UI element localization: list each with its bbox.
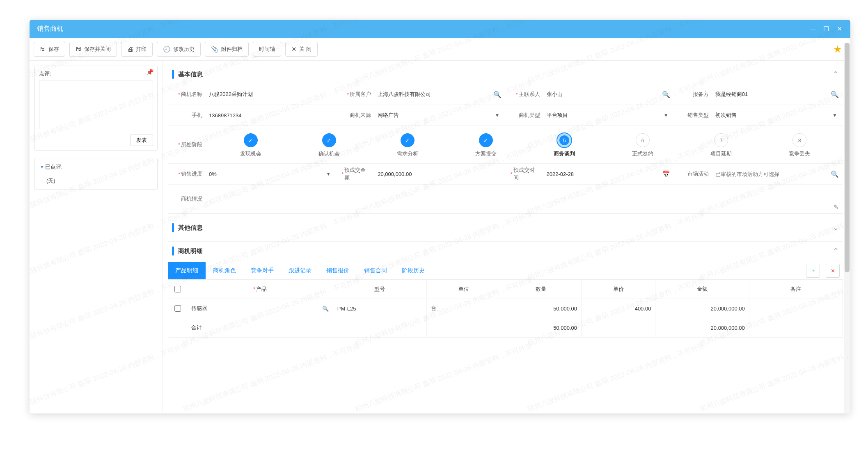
stage-label: 需求分析 <box>397 151 418 158</box>
attachment-label: 附件归档 <box>221 46 243 53</box>
close-icon: ✕ <box>291 46 297 53</box>
phone-input[interactable] <box>209 112 332 119</box>
search-icon[interactable]: 🔍 <box>322 306 329 312</box>
cell-qty: 50,000.00 <box>501 299 582 318</box>
select-all-checkbox[interactable] <box>174 286 181 292</box>
est-date-input[interactable] <box>547 171 670 177</box>
attachment-button[interactable]: 📎 附件归档 <box>205 42 249 57</box>
save-close-button[interactable]: 🖫 保存并关闭 <box>69 42 117 57</box>
maximize-icon[interactable]: ☐ <box>822 25 830 32</box>
tab-5[interactable]: 销售合同 <box>357 262 394 279</box>
sale-type-select[interactable]: 初次销售 ▼ <box>715 112 839 119</box>
est-amount-label: 预成交金额 <box>337 164 376 184</box>
stage-circle: 5 <box>557 133 571 147</box>
campaign-label: 市场活动 <box>674 164 714 184</box>
timeline-button[interactable]: 时间轴 <box>253 42 281 57</box>
comment-panel: 📌 点评: 发表 <box>34 66 158 151</box>
stage-step[interactable]: 5商务谈判 <box>525 133 604 158</box>
stage-circle: 8 <box>792 133 806 147</box>
total-label: 合计 <box>187 318 333 337</box>
delete-row-button[interactable]: ✕ <box>826 264 840 278</box>
search-icon[interactable]: 🔍 <box>662 91 670 98</box>
opportunity-detail-section: 商机明细 ⌃ <box>168 241 843 260</box>
tab-6[interactable]: 阶段历史 <box>394 262 432 279</box>
contact-input[interactable] <box>547 91 670 98</box>
comment-sidebar: 📌 点评: 发表 ▾已点评: (无) <box>30 61 163 413</box>
scrollbar[interactable] <box>844 43 850 413</box>
filer-input[interactable] <box>715 91 839 98</box>
history-button[interactable]: 🕘 修改历史 <box>157 42 201 57</box>
scrollbar-thumb[interactable] <box>845 43 850 272</box>
tab-0[interactable]: 产品明细 <box>168 262 206 279</box>
stage-step[interactable]: 7项目延期 <box>682 133 760 158</box>
customer-input[interactable] <box>378 91 501 98</box>
collapse-detail-icon[interactable]: ⌃ <box>833 247 839 256</box>
stage-circle: 7 <box>714 133 728 147</box>
stage-step[interactable]: ✓方案提交 <box>447 133 525 158</box>
opp-name-input[interactable] <box>209 91 332 98</box>
basic-info-title: 基本信息 <box>178 71 203 78</box>
pin-icon[interactable]: 📌 <box>146 68 154 76</box>
row-checkbox[interactable] <box>174 305 181 312</box>
stage-step[interactable]: ✓需求分析 <box>368 133 447 158</box>
paperclip-icon: 📎 <box>211 46 219 53</box>
add-row-button[interactable]: ＋ <box>806 264 820 278</box>
collapse-basic-icon[interactable]: ⌃ <box>833 70 839 79</box>
post-comment-button[interactable]: 发表 <box>130 135 153 146</box>
opp-type-select[interactable]: 平台项目 ▼ <box>547 112 670 119</box>
chevron-down-icon: ▼ <box>495 112 500 118</box>
minimize-icon[interactable]: — <box>809 25 817 32</box>
favorite-star-icon[interactable]: ★ <box>833 43 842 55</box>
stage-step[interactable]: ✓发现机会 <box>211 133 290 158</box>
stage-progress: ✓发现机会✓确认机会✓需求分析✓方案提交5商务谈判6正式签约7项目延期8竞争丢失 <box>207 126 843 163</box>
tab-2[interactable]: 竞争对手 <box>243 262 281 279</box>
campaign-input[interactable] <box>715 171 839 177</box>
total-qty: 50,000.00 <box>501 318 582 337</box>
stage-label: 竞争丢失 <box>789 151 810 158</box>
stage-step[interactable]: 8竞争丢失 <box>760 133 839 158</box>
chevron-down-icon: ▼ <box>326 171 331 177</box>
reviewed-empty: (无) <box>46 177 151 185</box>
calendar-icon[interactable]: 📅 <box>662 170 670 178</box>
table-row[interactable]: 传感器 🔍 PM-L25 台 50,000.00 400.00 20,000,0… <box>168 299 843 318</box>
opp-type-value: 平台项目 <box>547 112 568 119</box>
comment-input[interactable] <box>39 80 153 129</box>
sale-type-label: 销售类型 <box>674 105 714 126</box>
cell-unit: 台 <box>427 299 501 318</box>
opp-type-label: 商机类型 <box>506 105 545 126</box>
search-icon[interactable]: 🔍 <box>831 91 839 98</box>
progress-value: 0% <box>209 171 217 177</box>
situation-label: 商机情况 <box>168 185 207 213</box>
cell-price: 400.00 <box>582 299 655 318</box>
est-amount-input[interactable] <box>378 171 501 177</box>
close-window-icon[interactable]: ✕ <box>836 25 843 32</box>
stage-label: 确认机会 <box>318 151 340 158</box>
print-button[interactable]: 🖨 打印 <box>121 42 153 57</box>
progress-select[interactable]: 0% ▼ <box>209 171 332 177</box>
stage-step[interactable]: 6正式签约 <box>604 133 682 158</box>
search-icon[interactable]: 🔍 <box>831 170 839 178</box>
tab-1[interactable]: 商机角色 <box>206 262 243 279</box>
customer-label: 所属客户 <box>337 84 376 105</box>
stage-label: 方案提交 <box>475 151 497 158</box>
tab-3[interactable]: 跟进记录 <box>281 262 319 279</box>
print-label: 打印 <box>136 46 147 53</box>
col-unit: 单位 <box>427 280 501 299</box>
toolbar: 🖫 保存 🖫 保存并关闭 🖨 打印 🕘 修改历史 📎 附件归档 时间轴 ✕ 关 … <box>30 38 850 61</box>
edit-icon[interactable]: ✎ <box>834 203 839 211</box>
modal-titlebar: 销售商机 — ☐ ✕ <box>30 20 850 38</box>
save-button[interactable]: 🖫 保存 <box>34 42 65 57</box>
situation-input[interactable] <box>209 189 839 209</box>
collapse-caret-icon[interactable]: ▾ <box>41 164 44 170</box>
close-button[interactable]: ✕ 关 闭 <box>285 42 318 57</box>
expand-other-icon[interactable]: ⌄ <box>833 223 839 232</box>
modal-title: 销售商机 <box>37 25 63 33</box>
search-icon[interactable]: 🔍 <box>493 91 502 98</box>
stage-step[interactable]: ✓确认机会 <box>290 133 368 158</box>
tab-4[interactable]: 销售报价 <box>319 262 357 279</box>
progress-label: 销售进度 <box>168 164 207 184</box>
history-label: 修改历史 <box>173 46 195 53</box>
sales-opportunity-modal: 销售商机 — ☐ ✕ 🖫 保存 🖫 保存并关闭 🖨 打印 🕘 修改历史 📎 附件… <box>30 20 850 413</box>
source-select[interactable]: 网络广告 ▼ <box>378 112 501 119</box>
save-label: 保存 <box>48 46 59 53</box>
